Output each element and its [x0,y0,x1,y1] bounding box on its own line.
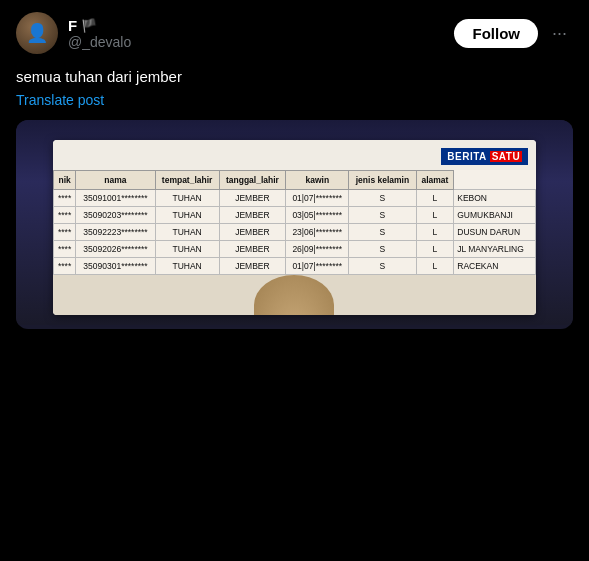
flag-icon: 🏴 [81,18,97,33]
table-row: ****35091001********TUHANJEMBER01|07|***… [53,190,535,207]
table-cell: L [416,190,454,207]
table-cell: KEBON [454,190,536,207]
table-cell: TUHAN [155,241,219,258]
table-cell: **** [53,207,76,224]
document-wrapper: BERITA SATU nik nama tempat_lahir tangga… [53,140,536,315]
table-cell: JEMBER [219,190,286,207]
table-cell: 35090301******** [76,258,155,275]
col-header-nama: nama [76,171,155,190]
table-cell: TUHAN [155,258,219,275]
table-cell: RACEKAN [454,258,536,275]
table-cell: **** [53,241,76,258]
more-options-button[interactable]: ··· [546,19,573,48]
table-cell: DUSUN DARUN [454,224,536,241]
table-row: ****35092026********TUHANJEMBER26|09|***… [53,241,535,258]
table-cell: 01|07|******** [286,190,349,207]
table-row: ****35090203********TUHANJEMBER03|05|***… [53,207,535,224]
tweet-header: 👤 F 🏴 @_devalo Follow ··· [16,12,573,54]
table-cell: GUMUKBANJI [454,207,536,224]
col-header-jenis: jenis kelamin [349,171,416,190]
table-cell: JEMBER [219,224,286,241]
table-cell: S [349,207,416,224]
table-cell: 35092223******** [76,224,155,241]
name-letter: F [68,17,77,34]
col-header-kawin: kawin [286,171,349,190]
translate-link[interactable]: Translate post [16,92,104,108]
table-cell: S [349,190,416,207]
table-cell: TUHAN [155,224,219,241]
username[interactable]: @_devalo [68,34,131,50]
header-right: Follow ··· [454,19,573,48]
table-cell: L [416,241,454,258]
user-text: F 🏴 @_devalo [68,17,131,50]
table-cell: 26|09|******** [286,241,349,258]
table-row: ****35090301********TUHANJEMBER01|07|***… [53,258,535,275]
table-cell: 35091001******** [76,190,155,207]
table-cell: JEMBER [219,207,286,224]
follow-button[interactable]: Follow [454,19,538,48]
col-header-tanggal: tanggal_lahir [219,171,286,190]
table-cell: **** [53,224,76,241]
document-table: nik nama tempat_lahir tanggal_lahir kawi… [53,170,536,275]
table-cell: 03|05|******** [286,207,349,224]
display-name: F 🏴 [68,17,131,34]
table-cell: S [349,258,416,275]
table-cell: L [416,207,454,224]
avatar-image: 👤 [16,12,58,54]
photo-background: BERITA SATU nik nama tempat_lahir tangga… [16,120,573,325]
table-cell: **** [53,258,76,275]
table-cell: JL MANYARLING [454,241,536,258]
tweet-text: semua tuhan dari jember [16,66,573,87]
table-cell: JEMBER [219,241,286,258]
table-cell: **** [53,190,76,207]
table-cell: S [349,241,416,258]
tweet-image: BERITA SATU nik nama tempat_lahir tangga… [16,120,573,329]
table-cell: L [416,224,454,241]
tweet-container: 👤 F 🏴 @_devalo Follow ··· semua tuhan da… [0,0,589,329]
table-header-row: nik nama tempat_lahir tanggal_lahir kawi… [53,171,535,190]
table-cell: 35092026******** [76,241,155,258]
col-header-nik: nik [53,171,76,190]
document-top: BERITA SATU [53,140,536,170]
berita-satu-badge: BERITA SATU [441,148,528,165]
table-cell: S [349,224,416,241]
col-header-alamat: alamat [416,171,454,190]
col-header-tempat: tempat_lahir [155,171,219,190]
finger-area [53,275,536,315]
table-cell: TUHAN [155,207,219,224]
table-cell: L [416,258,454,275]
table-cell: JEMBER [219,258,286,275]
table-cell: TUHAN [155,190,219,207]
table-cell: 35090203******** [76,207,155,224]
user-info: 👤 F 🏴 @_devalo [16,12,131,54]
avatar[interactable]: 👤 [16,12,58,54]
berita-prefix: BERITA [447,151,486,162]
finger-shape [254,275,334,315]
table-cell: 23|06|******** [286,224,349,241]
table-cell: 01|07|******** [286,258,349,275]
satu-suffix: SATU [490,151,522,162]
table-row: ****35092223********TUHANJEMBER23|06|***… [53,224,535,241]
